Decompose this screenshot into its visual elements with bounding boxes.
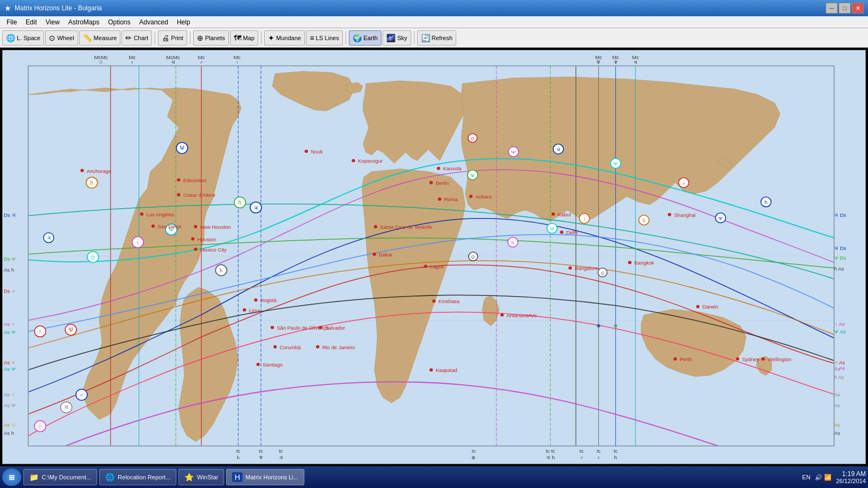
chart-icon: ✏ <box>125 34 132 42</box>
svg-text:As: As <box>834 392 840 397</box>
svg-text:Santiago: Santiago <box>263 362 283 368</box>
winstar-icon: ⭐ <box>184 473 194 481</box>
titlebar-controls: ─ □ ✕ <box>826 3 864 14</box>
svg-point-92 <box>319 326 322 329</box>
svg-text:♄: ♄ <box>236 455 240 460</box>
svg-text:Ψ: Ψ <box>550 226 554 232</box>
menu-view[interactable]: View <box>41 17 64 27</box>
mundane-button[interactable]: ✦ Mundane <box>264 30 305 46</box>
menu-edit[interactable]: Edit <box>21 17 41 27</box>
lslines-button[interactable]: ≡ LS Lines <box>306 30 343 46</box>
svg-text:Shanghai: Shanghai <box>674 213 695 218</box>
svg-text:Antananarivo: Antananarivo <box>507 313 537 318</box>
svg-text:As h: As h <box>4 431 14 436</box>
svg-point-116 <box>432 299 436 303</box>
map-button[interactable]: 🗺 Map <box>230 30 258 46</box>
svg-point-108 <box>469 195 473 198</box>
svg-text:ħ As: ħ As <box>834 267 844 272</box>
minimize-button[interactable]: ─ <box>826 3 838 14</box>
svg-text:Sydney: Sydney <box>742 357 760 362</box>
taskbar-app-browser[interactable]: 🌐 Relocation Report... <box>99 469 176 485</box>
start-button[interactable]: ⊞ <box>2 468 21 486</box>
svg-text:Ankara: Ankara <box>475 194 492 200</box>
lslines-icon: ≡ <box>310 34 314 42</box>
refresh-icon: 🔄 <box>421 34 430 42</box>
planets-button[interactable]: ⊕ Planets <box>193 30 229 46</box>
sky-icon: 🌌 <box>386 34 395 42</box>
taskbar-app-matrix[interactable]: H Matrix Horizons Li... <box>226 469 304 485</box>
lspace-button[interactable]: 🌐 L. Space <box>2 30 44 46</box>
svg-text:As Ψ: As Ψ <box>4 403 16 408</box>
svg-text:♂: ♂ <box>579 455 583 460</box>
planets-label: Planets <box>205 35 225 41</box>
svg-point-72 <box>177 193 180 196</box>
toolbar-separator-3 <box>261 31 261 44</box>
taskbar-clock: 1:19 AM 26/12/2014 <box>836 470 866 484</box>
svg-text:⊙: ⊙ <box>601 271 605 276</box>
titlebar: ★ Matrix Horizons Lite - Bulgaria ─ □ ✕ <box>0 0 868 16</box>
earth-icon: 🌍 <box>353 34 362 42</box>
close-button[interactable]: ✕ <box>852 3 864 14</box>
menu-astromaps[interactable]: AstroMaps <box>64 17 104 27</box>
taskbar-app-winstar[interactable]: ⭐ WinStar <box>178 469 224 485</box>
svg-text:Ds Ψ: Ds Ψ <box>4 256 16 262</box>
svg-point-136 <box>736 357 739 361</box>
svg-text:Ψ: Ψ <box>470 173 475 178</box>
svg-text:Mexico City: Mexico City <box>200 247 227 253</box>
explorer-label: C:\My Document... <box>42 474 91 480</box>
svg-text:♃: ♃ <box>556 147 560 152</box>
svg-text:⊙: ⊙ <box>471 254 475 260</box>
lspace-icon: 🌐 <box>6 34 15 42</box>
refresh-label: Refresh <box>432 35 453 41</box>
svg-text:Edmonton: Edmonton <box>183 178 207 183</box>
svg-text:Lagos: Lagos <box>430 264 444 269</box>
menu-options[interactable]: Options <box>104 17 135 27</box>
svg-point-138 <box>762 357 765 361</box>
titlebar-left: ★ Matrix Horizons Lite - Bulgaria <box>4 4 102 12</box>
svg-text:As: As <box>834 422 840 428</box>
chart-button[interactable]: ✏ Chart <box>122 30 152 46</box>
svg-text:Bogotá: Bogotá <box>260 298 277 303</box>
svg-text:Ψ: Ψ <box>180 145 184 151</box>
wheel-button[interactable]: ⊙ Wheel <box>45 30 78 46</box>
measure-button[interactable]: 📏 Measure <box>79 30 121 46</box>
wheel-label: Wheel <box>57 35 74 41</box>
svg-text:♃: ♃ <box>171 60 175 66</box>
sky-button[interactable]: 🌌 Sky <box>382 30 411 46</box>
svg-text:Wellington: Wellington <box>768 357 792 362</box>
maximize-button[interactable]: □ <box>839 3 851 14</box>
svg-text:♂: ♂ <box>79 392 84 398</box>
svg-text:Kaapstad: Kaapstad <box>436 368 457 373</box>
svg-point-70 <box>177 178 180 182</box>
svg-point-106 <box>438 197 441 201</box>
svg-text:♀: ♀ <box>682 181 686 186</box>
map-container[interactable]: Ψ Ψ h ♃ h ⊙ ♀ ♄ Ψ ♀ ♂ ♅ ☉ ⊙ Ψ ♃ Ψ <box>2 50 866 464</box>
svg-text:As Ψ: As Ψ <box>4 330 16 335</box>
svg-point-124 <box>560 230 563 234</box>
mundane-label: Mundane <box>276 35 301 41</box>
svg-text:As ♂: As ♂ <box>4 360 15 365</box>
sky-label: Sky <box>397 35 407 41</box>
measure-label: Measure <box>94 35 117 41</box>
svg-point-126 <box>569 266 572 269</box>
menu-help[interactable]: Help <box>173 17 195 27</box>
planets-icon: ⊕ <box>197 34 203 42</box>
refresh-button[interactable]: 🔄 Refresh <box>417 30 457 46</box>
svg-point-120 <box>500 313 503 317</box>
svg-point-82 <box>194 248 197 251</box>
menu-advanced[interactable]: Advanced <box>135 17 173 27</box>
svg-text:Coeur d'Alene: Coeur d'Alene <box>183 192 215 198</box>
earth-button[interactable]: 🌍 Earth <box>349 30 381 46</box>
taskbar-app-explorer[interactable]: 📁 C:\My Document... <box>23 469 97 485</box>
svg-point-118 <box>430 368 433 371</box>
taskbar-lang: EN <box>802 474 810 480</box>
svg-point-78 <box>194 225 197 228</box>
menu-file[interactable]: File <box>2 17 21 27</box>
svg-text:Ψ Ds: Ψ Ds <box>834 255 846 261</box>
svg-text:Ψ: Ψ <box>68 327 73 333</box>
svg-text:♅: ♅ <box>64 405 69 411</box>
svg-text:♅: ♅ <box>596 60 601 66</box>
print-label: Print <box>171 35 183 41</box>
print-button[interactable]: 🖨 Print <box>158 30 187 46</box>
titlebar-title: Matrix Horizons Lite - Bulgaria <box>15 4 102 12</box>
